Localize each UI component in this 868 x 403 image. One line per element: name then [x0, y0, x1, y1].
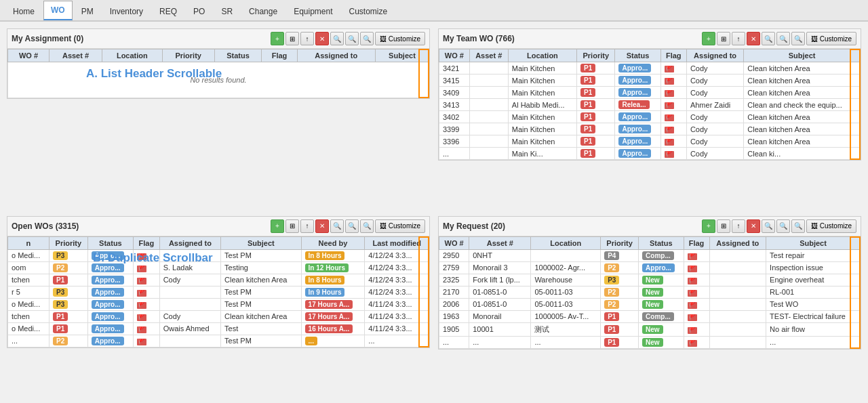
- status-cell: New: [639, 322, 684, 336]
- need-cell: 17 Hours A...: [301, 298, 365, 310]
- location-cell: ...: [531, 336, 601, 348]
- delete-button-assignment[interactable]: ✕: [315, 32, 329, 45]
- table-row[interactable]: 2759 Monorail 3 1000002- Agr... P2 Appro…: [439, 261, 861, 274]
- table-row[interactable]: 3396 Main Kitchen P1 Appro... 🚩 Cody Cle…: [439, 135, 861, 148]
- table-row[interactable]: 1905 10001 测试 P1 New 🚩 No air flow: [439, 322, 861, 336]
- add-button-assignment[interactable]: +: [271, 32, 284, 45]
- zoom-reset-assignment[interactable]: 🔍: [360, 32, 374, 45]
- table-row[interactable]: o Medi... P3 Appro... 🚩 Test PM In 8 Hou…: [8, 249, 429, 261]
- col-status-open: Status: [87, 236, 133, 249]
- table-row[interactable]: 3415 Main Kitchen P1 Appro... 🚩 Cody Cle…: [439, 75, 861, 87]
- table-row[interactable]: 3413 Al Habib Medi... P1 Relea... 🚩 Ahme…: [439, 99, 861, 111]
- open-wo-table-wrapper[interactable]: n Priority Status Flag Assigned to Subje…: [7, 236, 429, 347]
- modified-cell: 4/12/24 3:3...: [365, 261, 429, 274]
- tab-inventory[interactable]: Inventory: [102, 2, 151, 20]
- subject-cell: ...: [766, 336, 861, 348]
- open-wo-panel-container: Open WOs (3315) + ⊞ ↑ ✕ 🔍 🔍 🔍 🖼 Customiz…: [5, 214, 432, 399]
- table-row[interactable]: o Medi... P1 Appro... 🚩 Owais Ahmed Test…: [8, 322, 429, 335]
- export-button-request[interactable]: ↑: [732, 219, 745, 233]
- tab-change[interactable]: Change: [241, 2, 285, 20]
- zoom-in-team[interactable]: 🔍: [762, 32, 775, 45]
- location-cell: Main Kitchen: [508, 62, 576, 75]
- zoom-in-open[interactable]: 🔍: [330, 219, 344, 233]
- customize-button-team[interactable]: 🖼 Customize: [806, 32, 856, 45]
- zoom-out-assignment[interactable]: 🔍: [345, 32, 359, 45]
- table-row[interactable]: ... P2 Appro... 🚩 Test PM ... ...: [8, 335, 429, 347]
- table-row[interactable]: r 5 P3 Appro... 🚩 Test PM In 9 Hours 4/1…: [8, 286, 429, 298]
- n-cell: ...: [8, 335, 50, 347]
- location-cell: Main Kitchen: [508, 75, 576, 87]
- grid-button-request[interactable]: ⊞: [717, 219, 730, 233]
- tab-wo[interactable]: WO: [43, 1, 73, 20]
- need-cell: 16 Hours A...: [301, 322, 365, 335]
- delete-button-open[interactable]: ✕: [315, 219, 329, 233]
- customize-button-open[interactable]: 🖼 Customize: [375, 219, 425, 233]
- grid-button-team[interactable]: ⊞: [717, 32, 730, 45]
- wo-cell: ...: [439, 336, 469, 348]
- subject-cell: Testing: [221, 261, 301, 274]
- customize-button-request[interactable]: 🖼 Customize: [806, 219, 856, 233]
- tab-equipment[interactable]: Equipment: [286, 2, 340, 20]
- need-cell: ...: [301, 335, 365, 347]
- col-asset: Asset #: [49, 49, 102, 62]
- customize-button-assignment[interactable]: 🖼 Customize: [375, 32, 425, 45]
- tab-req[interactable]: REQ: [152, 2, 184, 20]
- table-row[interactable]: 3409 Main Kitchen P1 Appro... 🚩 Cody Cle…: [439, 87, 861, 99]
- add-button-team[interactable]: +: [702, 32, 715, 45]
- location-cell: 测试: [531, 322, 601, 336]
- delete-button-request[interactable]: ✕: [747, 219, 760, 233]
- my-request-header: My Request (20) + ⊞ ↑ ✕ 🔍 🔍 🔍 🖼 Customiz…: [439, 217, 861, 236]
- flag-cell: 🚩: [684, 298, 709, 310]
- priority-cell: P3: [49, 286, 87, 298]
- table-row[interactable]: tchen P1 Appro... 🚩 Cody Clean kitchen A…: [8, 310, 429, 322]
- col-location-req: Location: [531, 236, 601, 249]
- zoom-reset-open[interactable]: 🔍: [360, 219, 374, 233]
- zoom-out-request[interactable]: 🔍: [776, 219, 790, 233]
- tab-home[interactable]: Home: [5, 2, 42, 20]
- table-row[interactable]: 2170 01-0851-0 05-0011-03 P2 New 🚩 RL-00…: [439, 286, 861, 298]
- subject-cell: Clean kitchen Area: [744, 111, 861, 123]
- tab-customize[interactable]: Customize: [342, 2, 395, 20]
- table-row[interactable]: ... ... ... P1 New 🚩 ...: [439, 336, 861, 348]
- flag-cell: 🚩: [134, 286, 160, 298]
- status-cell: Appro...: [615, 111, 660, 123]
- zoom-reset-team[interactable]: 🔍: [791, 32, 805, 45]
- table-row[interactable]: tchen P1 Appro... 🚩 Cody Clean kitchen A…: [8, 274, 429, 286]
- priority-cell: P1: [577, 111, 615, 123]
- delete-button-team[interactable]: ✕: [747, 32, 760, 45]
- table-row[interactable]: 2325 Fork lift 1 (lp... Warehouse P3 New…: [439, 274, 861, 286]
- grid-button-open[interactable]: ⊞: [285, 219, 299, 233]
- zoom-in-assignment[interactable]: 🔍: [330, 32, 344, 45]
- my-assignment-table-wrapper[interactable]: WO # Asset # Location Priority Status Fl…: [7, 49, 429, 98]
- table-row[interactable]: oom P2 Appro... 🚩 S. Ladak Testing In 12…: [8, 261, 429, 274]
- my-assignment-panel-container: My Assignment (0) + ⊞ ↑ ✕ 🔍 🔍 🔍 🖼 Custom…: [5, 26, 432, 210]
- my-team-wo-table-wrapper[interactable]: WO # Asset # Location Priority Status Fl…: [439, 49, 861, 160]
- zoom-in-request[interactable]: 🔍: [762, 219, 775, 233]
- table-row[interactable]: 1963 Monorail 1000005- Av-T... P1 Comp..…: [439, 310, 861, 322]
- modified-cell: 4/12/24 3:3...: [365, 286, 429, 298]
- zoom-out-team[interactable]: 🔍: [776, 32, 790, 45]
- tab-sr[interactable]: SR: [214, 2, 240, 20]
- export-button-open[interactable]: ↑: [300, 219, 314, 233]
- table-row[interactable]: o Medi... P3 Appro... 🚩 Test PM 17 Hours…: [8, 298, 429, 310]
- assigned-cell: Cody: [686, 135, 743, 148]
- table-row[interactable]: 3402 Main Kitchen P1 Appro... 🚩 Cody Cle…: [439, 111, 861, 123]
- table-row[interactable]: 3399 Main Kitchen P1 Appro... 🚩 Cody Cle…: [439, 123, 861, 135]
- table-row[interactable]: 2950 0NHT P4 Comp... 🚩 Test repair: [439, 249, 861, 261]
- tab-pm[interactable]: PM: [74, 2, 101, 20]
- add-button-request[interactable]: +: [702, 219, 715, 233]
- col-n-open: n: [8, 236, 50, 249]
- export-button-assignment[interactable]: ↑: [300, 32, 314, 45]
- zoom-reset-request[interactable]: 🔍: [791, 219, 805, 233]
- assigned-cell: [159, 298, 220, 310]
- add-button-open[interactable]: +: [271, 219, 284, 233]
- zoom-out-open[interactable]: 🔍: [345, 219, 359, 233]
- my-request-table-wrapper[interactable]: WO # Asset # Location Priority Status Fl…: [439, 236, 861, 349]
- table-row[interactable]: ... Main Ki... P1 Appro... 🚩 Cody Clean …: [439, 148, 861, 160]
- asset-cell: 0NHT: [469, 249, 531, 261]
- table-row[interactable]: 3421 Main Kitchen P1 Appro... 🚩 Cody Cle…: [439, 62, 861, 75]
- tab-po[interactable]: PO: [186, 2, 212, 20]
- table-row[interactable]: 2006 01-0851-0 05-0011-03 P2 New 🚩 Test …: [439, 298, 861, 310]
- grid-button-assignment[interactable]: ⊞: [285, 32, 299, 45]
- export-button-team[interactable]: ↑: [732, 32, 745, 45]
